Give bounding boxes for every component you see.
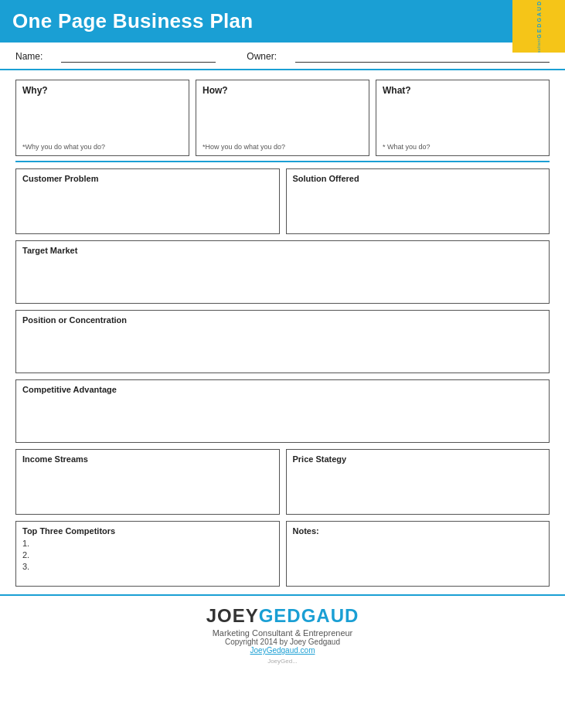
income-streams-content[interactable] xyxy=(22,467,273,509)
page: One Page Business Plan JG JOEY GEDGAUD M… xyxy=(0,0,565,728)
why-content[interactable] xyxy=(22,99,182,141)
logo-box: JG JOEY GEDGAUD Marketing Consultant xyxy=(512,0,565,53)
income-streams-label: Income Streams xyxy=(22,454,273,464)
competitive-advantage-label: Competitive Advantage xyxy=(22,385,543,394)
customer-problem-content[interactable] xyxy=(22,186,273,229)
why-label: Why? xyxy=(22,85,182,96)
how-label: How? xyxy=(203,85,362,96)
competitor-3[interactable]: 3. xyxy=(22,562,273,571)
solution-offered-box: Solution Offered xyxy=(286,168,550,234)
target-market-label: Target Market xyxy=(22,246,543,255)
price-strategy-label: Price Stategy xyxy=(293,454,543,464)
customer-problem-label: Customer Problem xyxy=(22,174,273,183)
footer-name-last: GEDGAUD xyxy=(259,605,359,626)
footer: JOEYGEDGAUD Marketing Consultant & Entre… xyxy=(0,594,565,671)
what-box: What? * What you do? xyxy=(376,80,550,156)
competitive-advantage-row: Competitive Advantage xyxy=(15,379,550,443)
what-sublabel: * What you do? xyxy=(383,143,543,151)
logo-subtitle: Marketing Consultant xyxy=(536,39,541,53)
position-row: Position or Concentration xyxy=(15,310,550,373)
name-field[interactable] xyxy=(61,50,216,63)
blue-divider-1 xyxy=(15,161,550,162)
solution-offered-label: Solution Offered xyxy=(293,174,543,183)
problem-solution-row: Customer Problem Solution Offered xyxy=(15,168,550,234)
competitors-notes-row: Top Three Competitors 1. 2. 3. Notes: xyxy=(15,521,550,587)
position-label: Position or Concentration xyxy=(22,315,543,325)
why-box: Why? *Why you do what you do? xyxy=(15,80,189,156)
competitor-1[interactable]: 1. xyxy=(22,539,273,548)
position-content[interactable] xyxy=(22,328,543,368)
competitors-box: Top Three Competitors 1. 2. 3. xyxy=(15,521,280,587)
footer-link[interactable]: JoeyGedgaud.com xyxy=(0,646,565,655)
target-market-content[interactable] xyxy=(22,258,543,298)
name-owner-row: Name: Owner: xyxy=(0,43,565,70)
competitors-label: Top Three Competitors xyxy=(22,526,273,536)
customer-problem-box: Customer Problem xyxy=(15,168,280,234)
how-sublabel: *How you do what you do? xyxy=(203,143,362,151)
owner-field[interactable] xyxy=(295,50,550,63)
page-title: One Page Business Plan xyxy=(12,9,254,33)
content-area: Why? *Why you do what you do? How? *How … xyxy=(0,70,565,587)
what-content[interactable] xyxy=(383,99,543,141)
notes-label: Notes: xyxy=(293,526,543,536)
competitive-advantage-box: Competitive Advantage xyxy=(15,379,550,443)
notes-box: Notes: xyxy=(286,521,550,587)
competitor-2[interactable]: 2. xyxy=(22,550,273,560)
footer-subtitle: Marketing Consultant & Entrepreneur xyxy=(0,628,565,638)
notes-content[interactable] xyxy=(293,539,543,581)
price-strategy-content[interactable] xyxy=(293,467,543,509)
header: One Page Business Plan JG JOEY GEDGAUD M… xyxy=(0,0,565,43)
position-box: Position or Concentration xyxy=(15,310,550,373)
solution-offered-content[interactable] xyxy=(293,186,543,229)
price-strategy-box: Price Stategy xyxy=(286,449,550,515)
target-market-box: Target Market xyxy=(15,240,550,304)
name-label: Name: xyxy=(15,51,43,62)
footer-copyright: Copyright 2014 by Joey Gedgaud xyxy=(0,638,565,646)
how-box: How? *How you do what you do? xyxy=(196,80,369,156)
income-streams-box: Income Streams xyxy=(15,449,280,515)
owner-label: Owner: xyxy=(247,51,277,62)
footer-name-first: JOEY xyxy=(206,605,259,626)
competitors-list: 1. 2. 3. xyxy=(22,539,273,571)
logo-gedgaud: GEDGAUD xyxy=(536,0,542,39)
footer-brand: JOEYGEDGAUD xyxy=(0,605,565,627)
footer-small: JoeyGed... xyxy=(0,658,565,665)
why-how-what-row: Why? *Why you do what you do? How? *How … xyxy=(15,80,550,156)
competitive-advantage-content[interactable] xyxy=(22,397,543,437)
target-market-row: Target Market xyxy=(15,240,550,304)
income-price-row: Income Streams Price Stategy xyxy=(15,449,550,515)
what-label: What? xyxy=(383,85,543,96)
how-content[interactable] xyxy=(203,99,362,141)
why-sublabel: *Why you do what you do? xyxy=(22,143,182,151)
